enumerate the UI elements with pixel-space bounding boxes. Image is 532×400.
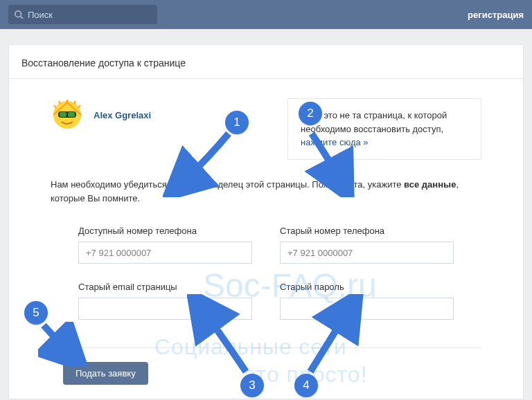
label-available-phone: Доступный номер телефона [78,226,252,236]
svg-rect-4 [60,112,66,117]
label-old-password: Старый пароль [280,282,454,292]
annotation-bubble-5: 5 [24,301,48,325]
annotation-bubble-2: 2 [299,102,322,125]
annotation-bubble-4: 4 [294,374,318,397]
divider [51,347,481,348]
search-wrap [8,5,157,24]
annotation-bubble-3: 3 [240,374,264,397]
avatar [51,98,84,131]
svg-rect-5 [68,112,75,117]
field-available-phone: Доступный номер телефона [78,226,252,264]
svg-line-1 [21,17,24,19]
annotation-arrow-1 [163,128,239,197]
topbar: регистрация [0,0,532,29]
svg-point-0 [15,11,21,17]
page-title: Восстановление доступа к странице [9,45,523,79]
input-old-phone[interactable] [280,242,454,264]
annotation-arrow-5 [38,322,87,367]
register-link[interactable]: регистрация [468,10,524,20]
search-input[interactable] [8,5,157,24]
annotation-bubble-1: 1 [225,111,249,134]
annotation-arrow-3 [187,294,256,377]
form-grid: Доступный номер телефона Старый номер те… [78,226,454,320]
annotation-arrow-2 [303,128,366,197]
label-old-email: Старый email страницы [78,282,252,292]
annotation-arrow-4 [305,294,367,377]
profile-row: Alex Ggrelaxi [51,98,151,131]
input-available-phone[interactable] [78,242,252,264]
instruction-text: Нам необходимо убедиться, что Вы владеле… [51,178,481,207]
label-old-phone: Старый номер телефона [280,226,454,236]
profile-name[interactable]: Alex Ggrelaxi [94,110,151,120]
search-icon [14,10,24,19]
field-old-phone: Старый номер телефона [280,226,454,264]
